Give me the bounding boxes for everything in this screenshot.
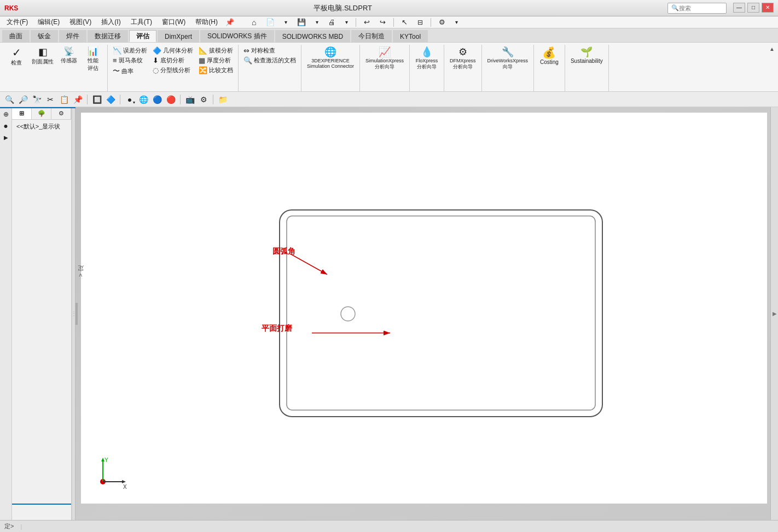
ribbon-group-sym: ⇔ 对称检查 🔍 检查激活的文档 <box>239 45 301 91</box>
btn-sensor[interactable]: 📡 传感器 <box>58 46 80 66</box>
print-dropdown-icon[interactable]: ▾ <box>341 18 352 26</box>
menu-help[interactable]: 帮助(H) <box>191 16 222 28</box>
tab-weldment[interactable]: 焊件 <box>59 30 86 42</box>
btn-thickness[interactable]: ▦ 厚度分析 <box>197 56 235 65</box>
tab-evaluate[interactable]: 评估 <box>129 30 156 42</box>
btn-3dexperience[interactable]: 🌐 3DEXPERIENCESimulation Connector <box>305 46 356 70</box>
titlebar: RKS 平板电脑.SLDPRT 🔍 — □ ✕ <box>0 0 778 16</box>
btn-check[interactable]: ✓ 检查 <box>5 46 27 68</box>
tool-view-shaded[interactable]: ● ▾ <box>124 93 136 106</box>
sensor-icon: 📡 <box>63 47 74 56</box>
tool-folder[interactable]: 📁 <box>217 93 229 106</box>
tool-diamond[interactable]: 🔷 <box>104 93 117 106</box>
save-icon[interactable]: 💾 <box>293 17 310 27</box>
search-box[interactable]: 🔍 <box>667 3 727 14</box>
tab-kytool[interactable]: KYTool <box>393 30 428 42</box>
snap-icon[interactable]: ⊟ <box>413 17 427 27</box>
btn-sustainability[interactable]: 🌱 Sustainability <box>568 46 605 65</box>
tool-box[interactable]: 🔲 <box>91 93 103 106</box>
view-dropdown[interactable]: ▾ <box>133 100 135 105</box>
tool-view-color1[interactable]: 🌐 <box>137 93 149 106</box>
tab-sw-mbd[interactable]: SOLIDWORKS MBD <box>275 30 350 42</box>
ribbon-group-content-costing: 💰 Costing <box>537 46 561 90</box>
search-input[interactable] <box>679 5 723 11</box>
btn-error-analysis[interactable]: 📉 误差分析 <box>111 46 149 55</box>
svg-text:X: X <box>123 484 127 490</box>
tool-monitor[interactable]: 📺 <box>184 93 196 106</box>
performance-icon: 📊 <box>88 47 98 56</box>
undo-icon[interactable]: ↩ <box>359 17 374 27</box>
cursor-icon[interactable]: ↖ <box>397 17 412 27</box>
menu-file[interactable]: 文件(F) <box>2 16 32 28</box>
left-tab-tree[interactable]: 🌳 <box>32 107 51 119</box>
secondary-toolbar: 🔍 🔎 🔭 ✂ 📋 📌 🔲 🔷 ● ▾ 🌐 🔵 🔴 📺 ⚙ 📁 <box>0 92 778 107</box>
right-panel-toggle[interactable]: ▶ <box>770 107 778 520</box>
tool-search2[interactable]: 🔎 <box>17 93 29 106</box>
coordinate-axes: Y X <box>92 454 130 493</box>
tree-item-display[interactable]: <<默认>_显示状 <box>14 122 69 131</box>
maximize-button[interactable]: □ <box>747 3 759 13</box>
ribbon-group-content-analysis: 📉 误差分析 ≡ 斑马条纹 〜 曲率 🔷 几何体分析 ⬇ <box>111 46 235 90</box>
tool-search1[interactable]: 🔍 <box>3 93 15 106</box>
sidebar-icon-color[interactable]: ● <box>1 121 11 131</box>
home-icon[interactable]: ⌂ <box>247 17 260 28</box>
btn-floxpress[interactable]: 💧 FloXpress分析向导 <box>413 46 440 72</box>
canvas-area[interactable]: 圆弧角 平面打磨 ▶ <box>76 107 778 520</box>
separator3 <box>431 18 431 27</box>
btn-zebra-label: 斑马条纹 <box>119 56 143 65</box>
app-logo: RKS <box>4 4 18 12</box>
tool-telescope[interactable]: 🔭 <box>31 93 43 106</box>
tab-dimxpert[interactable]: DimXpert <box>158 30 199 42</box>
settings-dropdown-icon[interactable]: ▾ <box>451 18 462 26</box>
tool-clipboard[interactable]: 📋 <box>58 93 70 106</box>
new-file-icon[interactable]: 📄 <box>262 17 279 27</box>
btn-zebra[interactable]: ≡ 斑马条纹 <box>111 56 149 65</box>
btn-simxpress[interactable]: 📈 SimulationXpress分析向导 <box>363 46 406 72</box>
close-button[interactable]: ✕ <box>762 3 774 13</box>
sidebar-icon-arrow[interactable]: ▶ <box>1 132 11 142</box>
btn-geo-analysis[interactable]: 🔷 几何体分析 <box>151 46 195 55</box>
btn-dwxpress[interactable]: 🔧 DriveWorksXpress向导 <box>485 46 530 72</box>
menu-edit[interactable]: 编辑(E) <box>33 16 64 28</box>
settings-icon[interactable]: ⚙ <box>434 17 450 27</box>
open-dropdown-icon[interactable]: ▾ <box>280 18 292 26</box>
btn-curvature[interactable]: 〜 曲率 <box>111 66 149 77</box>
tool-settings2[interactable]: ⚙ <box>198 93 210 106</box>
tab-sheet-metal[interactable]: 钣金 <box>31 30 58 42</box>
tab-surface[interactable]: 曲面 <box>2 30 30 42</box>
tab-today-manufacturing[interactable]: 今日制造 <box>351 30 392 42</box>
btn-section-props[interactable]: ◧ 剖面属性 <box>30 46 56 67</box>
menu-insert[interactable]: 插入(I) <box>97 16 125 28</box>
left-tab-settings[interactable]: ⚙ <box>51 107 71 119</box>
tool-view-color3[interactable]: 🔴 <box>165 93 177 106</box>
print-icon[interactable]: 🖨 <box>324 17 340 27</box>
tab-data-migration[interactable]: 数据迁移 <box>88 30 128 42</box>
tool-cut[interactable]: ✂ <box>44 93 56 106</box>
minimize-button[interactable]: — <box>733 3 745 13</box>
btn-check-active-doc[interactable]: 🔍 检查激活的文档 <box>242 56 298 65</box>
btn-costing-label: Costing <box>540 59 559 65</box>
btn-costing[interactable]: 💰 Costing <box>537 46 561 66</box>
btn-parting-line[interactable]: ◌ 分型线分析 <box>151 66 195 75</box>
redo-icon[interactable]: ↪ <box>375 17 390 27</box>
left-tab-featuretree[interactable]: ⊞ <box>12 107 32 119</box>
ribbon-collapse-btn[interactable]: ▲ <box>768 45 776 52</box>
tool-pin[interactable]: 📌 <box>72 93 84 106</box>
menu-tools[interactable]: 工具(T) <box>126 16 156 28</box>
menu-window[interactable]: 窗口(W) <box>158 16 190 28</box>
pin-icon[interactable]: 📌 <box>225 18 234 26</box>
btn-performance[interactable]: 📊 性能评估 <box>82 46 104 73</box>
save-dropdown-icon[interactable]: ▾ <box>311 18 323 26</box>
btn-undercut[interactable]: ⬇ 底切分析 <box>151 56 195 65</box>
btn-section-label: 剖面属性 <box>32 58 54 66</box>
btn-draft[interactable]: 📐 拔模分析 <box>197 46 235 55</box>
sidebar-icon-plus[interactable]: ⊕ <box>1 109 11 119</box>
tool-view-color2[interactable]: 🔵 <box>151 93 163 106</box>
tab-sw-plugins[interactable]: SOLIDWORKS 插件 <box>200 30 274 42</box>
btn-symmetry[interactable]: ⇔ 对称检查 <box>242 46 298 55</box>
btn-dfmxpress[interactable]: ⚙ DFMXpress分析向导 <box>448 46 478 72</box>
thickness-icon: ▦ <box>199 56 205 65</box>
btn-compare[interactable]: 🔀 比较文档 <box>197 66 235 75</box>
menu-view[interactable]: 视图(V) <box>65 16 96 28</box>
tablet-drawing <box>277 207 605 420</box>
